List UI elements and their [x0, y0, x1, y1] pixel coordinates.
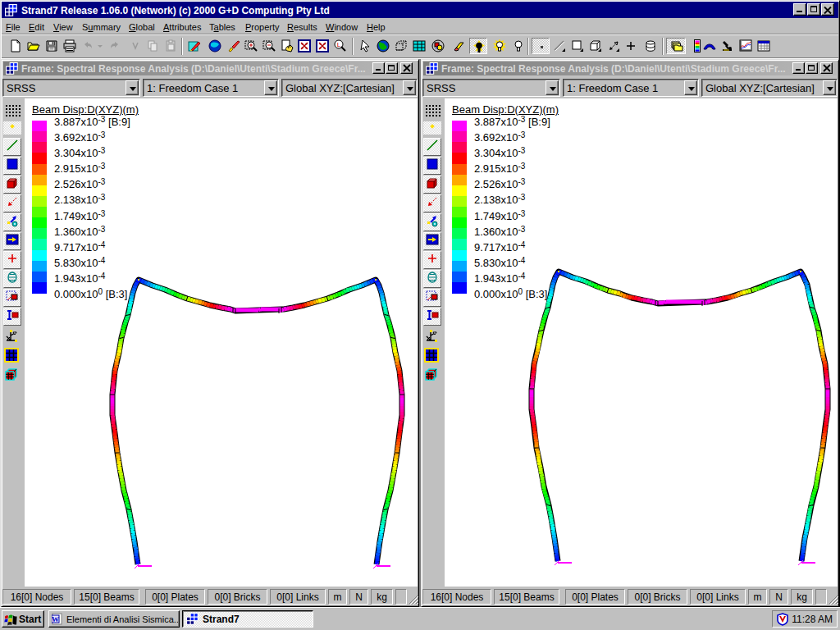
svg-text:L: L	[337, 41, 341, 48]
svg-text:W: W	[52, 615, 59, 623]
